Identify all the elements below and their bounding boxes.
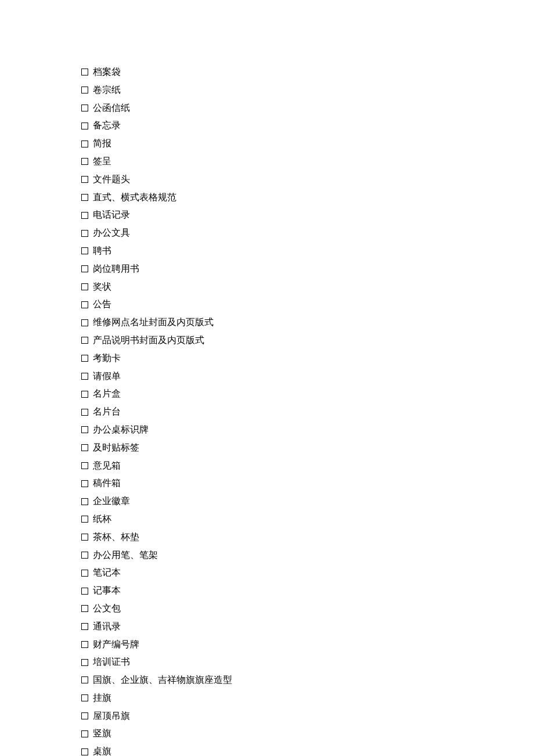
checklist-item-label: 屋顶吊旗 — [93, 708, 130, 725]
checklist-item: 聘书 — [81, 243, 453, 260]
checklist-item: 办公文具 — [81, 225, 453, 242]
checklist-item-label: 公函信纸 — [93, 100, 130, 117]
checkbox-icon — [81, 141, 88, 147]
checkbox-icon — [81, 498, 88, 505]
checklist-item-label: 及时贴标签 — [93, 440, 139, 456]
checkbox-icon — [81, 444, 88, 451]
checklist-item-label: 意见箱 — [93, 458, 121, 474]
checklist-item: 公文包 — [81, 600, 453, 617]
checklist-item-label: 档案袋 — [93, 64, 121, 81]
checklist-item: 及时贴标签 — [81, 440, 453, 456]
checklist-item-label: 记事本 — [93, 582, 121, 599]
checkbox-icon — [81, 212, 88, 219]
checklist-item-label: 考勤卡 — [93, 350, 121, 367]
checklist-item: 笔记本 — [81, 564, 453, 581]
checklist-item: 名片台 — [81, 404, 453, 420]
checkbox-icon — [81, 462, 88, 469]
checklist-item-label: 备忘录 — [93, 117, 121, 134]
checklist-item: 公函信纸 — [81, 100, 453, 117]
checklist-item-label: 桌旗 — [93, 743, 111, 756]
checkbox-icon — [81, 730, 88, 737]
checklist-item: 挂旗 — [81, 690, 453, 707]
checkbox-icon — [81, 480, 88, 487]
checklist-item: 茶杯、杯垫 — [81, 529, 453, 546]
checklist-item: 电话记录 — [81, 207, 453, 224]
checklist-item-label: 简报 — [93, 135, 111, 152]
checklist-item: 办公用笔、笔架 — [81, 547, 453, 564]
checklist-item: 维修网点名址封面及内页版式 — [81, 314, 453, 331]
checklist-item-label: 名片台 — [93, 404, 121, 420]
checklist-item-label: 稿件箱 — [93, 475, 121, 492]
checkbox-icon — [81, 105, 88, 111]
checklist-item-label: 电话记录 — [93, 207, 130, 224]
checkbox-icon — [81, 676, 88, 683]
checkbox-icon — [81, 247, 88, 254]
checklist-item-label: 请假单 — [93, 368, 121, 385]
checkbox-icon — [81, 69, 88, 75]
checklist-item-label: 卷宗纸 — [93, 82, 121, 99]
checkbox-icon — [81, 712, 88, 719]
checklist-item: 办公桌标识牌 — [81, 422, 453, 438]
checklist-item: 通讯录 — [81, 618, 453, 635]
checklist-item-label: 通讯录 — [93, 618, 121, 635]
checklist-item-label: 笔记本 — [93, 564, 121, 581]
checkbox-icon — [81, 570, 88, 577]
checklist-item: 财产编号牌 — [81, 636, 453, 653]
checkbox-icon — [81, 409, 88, 416]
checklist-item: 考勤卡 — [81, 350, 453, 367]
checkbox-icon — [81, 534, 88, 541]
checklist-item: 企业徽章 — [81, 493, 453, 510]
checkbox-icon — [81, 176, 88, 183]
checkbox-icon — [81, 87, 88, 93]
checkbox-icon — [81, 748, 88, 755]
checklist-item: 备忘录 — [81, 117, 453, 134]
checklist-item: 记事本 — [81, 582, 453, 599]
checklist-item-label: 公文包 — [93, 600, 121, 617]
checklist-item: 直式、横式表格规范 — [81, 189, 453, 206]
checklist-item: 国旗、企业旗、吉祥物旗旗座造型 — [81, 672, 453, 689]
checklist-item-label: 挂旗 — [93, 690, 111, 707]
checkbox-icon — [81, 694, 88, 701]
checklist-item-label: 直式、横式表格规范 — [93, 189, 176, 206]
checkbox-icon — [81, 391, 88, 398]
checklist-item: 竖旗 — [81, 725, 453, 742]
checklist-item-label: 奖状 — [93, 279, 111, 296]
checkbox-icon — [81, 641, 88, 648]
checklist-item-label: 培训证书 — [93, 654, 130, 671]
checklist-item-label: 茶杯、杯垫 — [93, 529, 139, 546]
checklist-item-label: 办公用笔、笔架 — [93, 547, 158, 564]
checklist-item: 卷宗纸 — [81, 82, 453, 99]
checkbox-icon — [81, 194, 88, 201]
checkbox-icon — [81, 355, 88, 362]
checklist-item: 简报 — [81, 135, 453, 152]
checkbox-icon — [81, 319, 88, 326]
checkbox-icon — [81, 230, 88, 237]
checklist-item-label: 岗位聘用书 — [93, 261, 139, 278]
checklist-item: 培训证书 — [81, 654, 453, 671]
checklist-item-label: 纸杯 — [93, 511, 111, 528]
checkbox-icon — [81, 158, 88, 165]
checklist-item-label: 维修网点名址封面及内页版式 — [93, 314, 214, 331]
checklist-item: 桌旗 — [81, 743, 453, 756]
checkbox-icon — [81, 283, 88, 290]
checkbox-icon — [81, 605, 88, 612]
checklist-item: 名片盒 — [81, 386, 453, 402]
checkbox-icon — [81, 588, 88, 595]
checklist-item-label: 竖旗 — [93, 725, 111, 742]
checklist-item-label: 公告 — [93, 296, 111, 313]
checklist-item: 岗位聘用书 — [81, 261, 453, 278]
checklist-item: 签呈 — [81, 153, 453, 170]
checklist-section-1: 档案袋卷宗纸公函信纸备忘录简报签呈 文件题头直式、横式表格规范电话记录办公文具聘… — [81, 64, 453, 756]
checklist-item: 纸杯 — [81, 511, 453, 528]
checkbox-icon — [81, 659, 88, 666]
checklist-item-label: 办公桌标识牌 — [93, 422, 149, 438]
checkbox-icon — [81, 373, 88, 380]
checklist-item: 文件题头 — [81, 171, 453, 188]
checkbox-icon — [81, 552, 88, 559]
checklist-item-label: 文件题头 — [93, 171, 130, 188]
checklist-item-label: 聘书 — [93, 243, 111, 260]
checkbox-icon — [81, 301, 88, 308]
checklist-item: 档案袋 — [81, 64, 453, 81]
checkbox-icon — [81, 265, 88, 272]
checklist-item: 产品说明书封面及内页版式 — [81, 332, 453, 349]
